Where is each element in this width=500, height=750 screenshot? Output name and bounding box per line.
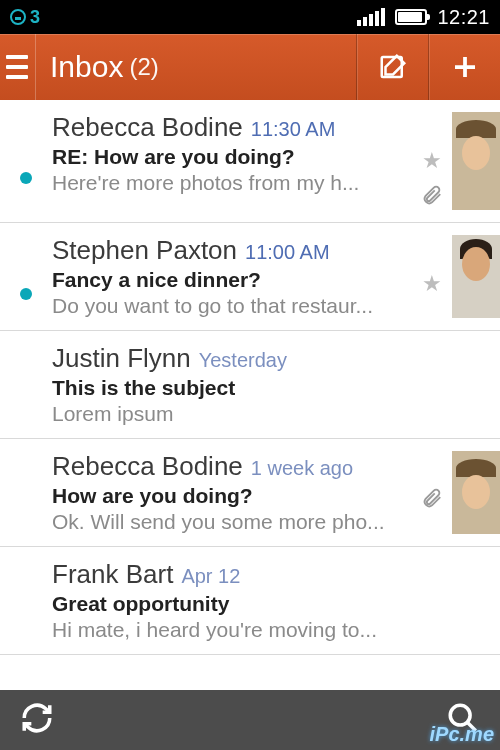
bottom-toolbar xyxy=(0,690,500,750)
message-preview: Ok. Will send you some more pho... xyxy=(52,510,406,534)
page-title: Inbox (2) xyxy=(36,34,356,100)
compose-icon xyxy=(378,52,408,82)
star-icon[interactable]: ★ xyxy=(422,271,442,297)
refresh-button[interactable] xyxy=(20,701,54,739)
message-preview: Hi mate, i heard you're moving to... xyxy=(52,618,454,642)
message-preview: Here're more photos from my h... xyxy=(52,171,406,195)
avatar xyxy=(452,112,500,210)
avatar xyxy=(452,451,500,534)
sender-name: Justin FlynnYesterday xyxy=(52,343,454,374)
signal-icon xyxy=(357,8,385,26)
message-row[interactable]: Stephen Paxton11:00 AMFancy a nice dinne… xyxy=(0,223,500,331)
message-row[interactable]: Frank BartApr 12Great opportunityHi mate… xyxy=(0,547,500,655)
message-list: Rebecca Bodine11:30 AMRE: How are you do… xyxy=(0,100,500,750)
notif-count: 3 xyxy=(30,7,40,28)
sender-name: Rebecca Bodine1 week ago xyxy=(52,451,406,482)
app-header: Inbox (2) xyxy=(0,34,500,100)
search-icon xyxy=(446,701,480,735)
message-time: 11:00 AM xyxy=(245,241,330,263)
clock: 12:21 xyxy=(437,6,490,29)
message-subject: Great opportunity xyxy=(52,592,454,616)
attachment-icon xyxy=(421,487,443,513)
message-preview: Lorem ipsum xyxy=(52,402,454,426)
message-subject: Fancy a nice dinner? xyxy=(52,268,406,292)
status-right: 12:21 xyxy=(357,6,490,29)
message-row[interactable]: Justin FlynnYesterdayThis is the subject… xyxy=(0,331,500,439)
svg-point-1 xyxy=(450,705,470,725)
unread-dot-icon xyxy=(20,288,32,300)
message-row[interactable]: Rebecca Bodine11:30 AMRE: How are you do… xyxy=(0,100,500,223)
message-subject: This is the subject xyxy=(52,376,454,400)
message-time: Yesterday xyxy=(199,349,287,371)
battery-icon xyxy=(395,9,427,25)
message-subject: How are you doing? xyxy=(52,484,406,508)
compose-button[interactable] xyxy=(356,34,428,100)
sender-name: Rebecca Bodine11:30 AM xyxy=(52,112,406,143)
status-bar: 3 12:21 xyxy=(0,0,500,34)
message-row[interactable]: Rebecca Bodine1 week agoHow are you doin… xyxy=(0,439,500,547)
plus-icon xyxy=(450,52,480,82)
message-time: Apr 12 xyxy=(181,565,240,587)
unread-count: (2) xyxy=(129,53,158,81)
attachment-icon xyxy=(421,184,443,210)
message-subject: RE: How are you doing? xyxy=(52,145,406,169)
star-icon[interactable]: ★ xyxy=(422,148,442,174)
notification-indicator: 3 xyxy=(10,7,40,28)
notif-icon xyxy=(10,9,26,25)
search-button[interactable] xyxy=(446,701,480,739)
refresh-icon xyxy=(20,701,54,735)
message-preview: Do you want to go to that restaur... xyxy=(52,294,406,318)
avatar xyxy=(452,235,500,318)
unread-dot-icon xyxy=(20,172,32,184)
message-time: 11:30 AM xyxy=(251,118,336,140)
message-time: 1 week ago xyxy=(251,457,353,479)
menu-button[interactable] xyxy=(0,34,36,100)
sender-name: Frank BartApr 12 xyxy=(52,559,454,590)
add-button[interactable] xyxy=(428,34,500,100)
sender-name: Stephen Paxton11:00 AM xyxy=(52,235,406,266)
